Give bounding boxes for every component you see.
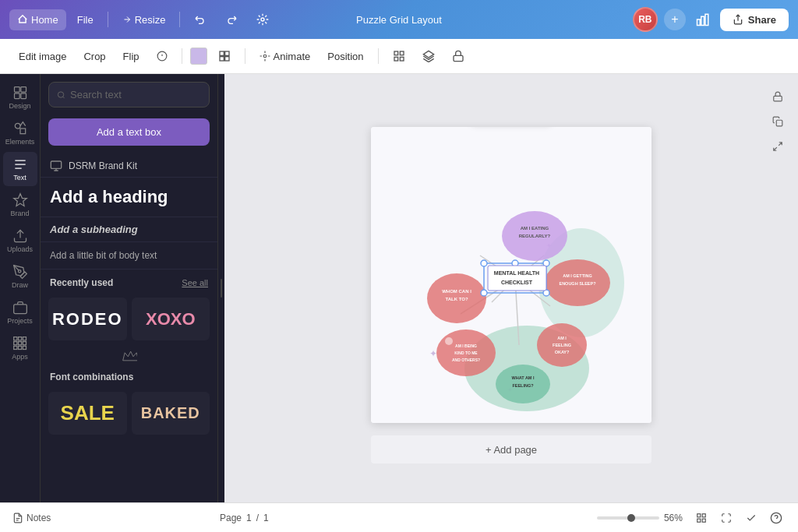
svg-rect-19 (14, 93, 19, 99)
font-card-rodeo[interactable]: RODEO (48, 298, 127, 340)
svg-point-35 (58, 91, 63, 97)
svg-text:AM I: AM I (557, 336, 567, 340)
notes-button[interactable]: Notes (12, 513, 51, 523)
brand-kit-icon (50, 160, 62, 172)
help-button[interactable] (767, 509, 786, 527)
search-box (48, 82, 210, 107)
zoom-track[interactable] (597, 516, 659, 520)
sidebar-item-elements[interactable]: Elements (3, 116, 37, 150)
undo-button[interactable] (186, 9, 214, 30)
svg-point-24 (18, 270, 20, 273)
resize-button[interactable]: Resize (115, 9, 174, 30)
svg-text:MENTAL HEALTH: MENTAL HEALTH (494, 270, 539, 276)
add-collaborator-button[interactable]: + (664, 9, 686, 30)
grid-button[interactable] (387, 46, 411, 66)
expand-mini-button[interactable] (767, 136, 789, 157)
position-button[interactable]: Position (321, 47, 369, 66)
sidebar-item-text[interactable]: Text (3, 152, 37, 186)
add-text-box-button[interactable]: Add a text box (48, 118, 210, 146)
svg-text:WHOM CAN I: WHOM CAN I (442, 289, 471, 294)
redo-button[interactable] (217, 9, 245, 30)
edit-image-button[interactable]: Edit image (12, 47, 72, 66)
animate-button[interactable]: Animate (253, 47, 317, 66)
svg-rect-38 (776, 120, 782, 126)
zoom-label: 56% (664, 513, 683, 523)
svg-rect-9 (224, 57, 228, 61)
svg-rect-13 (394, 57, 398, 61)
recently-used-header: Recently used See all (41, 270, 217, 293)
svg-rect-8 (220, 57, 224, 61)
svg-rect-29 (13, 342, 16, 345)
svg-point-0 (261, 18, 264, 21)
check-button[interactable] (742, 509, 761, 527)
sidebar-item-draw[interactable]: Draw (3, 259, 37, 294)
top-nav: Home File Resize Puzzle Grid Layout RB +… (0, 0, 798, 39)
sidebar-item-design[interactable]: Design (3, 80, 37, 115)
canvas-scroll[interactable]: ✦ ✦ ✦ AM I EATING REGULARLY? (224, 74, 798, 502)
add-page-button[interactable]: + Add page (371, 435, 651, 463)
layout-button[interactable] (212, 46, 237, 66)
svg-rect-22 (20, 129, 26, 134)
svg-rect-14 (400, 57, 404, 61)
document-title: Puzzle Grid Layout (356, 14, 442, 26)
svg-text:AM I EATING: AM I EATING (521, 226, 549, 231)
svg-rect-89 (702, 519, 705, 522)
sidebar-item-projects[interactable]: Projects (3, 295, 37, 329)
subheading-block[interactable]: Add a subheading (41, 217, 217, 242)
canvas-page[interactable]: ✦ ✦ ✦ AM I EATING REGULARLY? (371, 127, 651, 423)
mindmap-svg: ✦ ✦ ✦ AM I EATING REGULARLY? (371, 127, 651, 423)
svg-rect-31 (23, 342, 26, 345)
see-all-link[interactable]: See all (182, 278, 208, 287)
grid-view-button[interactable] (692, 509, 711, 527)
lock-mini-button[interactable] (767, 86, 789, 107)
flip-button[interactable]: Flip (117, 47, 146, 66)
svg-rect-33 (18, 346, 21, 349)
crop-button[interactable]: Crop (77, 47, 111, 66)
svg-rect-3 (705, 14, 708, 25)
svg-rect-87 (702, 513, 705, 516)
layers-button[interactable] (416, 46, 441, 66)
sidebar-item-uploads[interactable]: Uploads (3, 224, 37, 258)
share-button[interactable]: Share (720, 9, 789, 31)
svg-text:AM I BEING: AM I BEING (455, 344, 477, 348)
svg-text:AM I GETTING: AM I GETTING (563, 273, 592, 278)
color-swatch[interactable] (190, 48, 207, 65)
svg-rect-28 (23, 337, 26, 340)
panel-resize-handle[interactable] (218, 74, 224, 502)
info-button[interactable] (150, 47, 174, 65)
brand-kit-row[interactable]: DSRM Brand Kit (41, 155, 217, 178)
svg-text:✦: ✦ (429, 348, 437, 359)
copy-mini-button[interactable] (767, 111, 789, 132)
font-combo-baked[interactable]: BAKED (132, 392, 210, 435)
heading-block[interactable]: Add a heading (41, 178, 217, 217)
svg-rect-12 (400, 51, 404, 55)
main-layout: Design Elements Text Brand Uploads Draw … (0, 74, 798, 502)
file-button[interactable]: File (69, 9, 101, 30)
svg-text:AND OTHERS?: AND OTHERS? (452, 358, 480, 362)
sidebar-item-brand[interactable]: Brand (3, 188, 37, 222)
svg-rect-20 (20, 93, 26, 99)
lock-button[interactable] (446, 46, 471, 66)
svg-text:CHECKLIST: CHECKLIST (501, 280, 533, 285)
analytics-icon[interactable] (692, 9, 714, 30)
home-button[interactable]: Home (9, 9, 66, 30)
svg-text:ENOUGH SLEEP?: ENOUGH SLEEP? (559, 281, 596, 286)
sidebar-item-apps[interactable]: Apps (3, 331, 37, 365)
svg-rect-36 (51, 161, 61, 168)
svg-text:REGULARLY?: REGULARLY? (519, 234, 551, 238)
search-input[interactable] (70, 89, 201, 100)
bottom-bar: Notes Page 1 / 1 56% (0, 502, 798, 532)
svg-rect-34 (23, 346, 26, 349)
fullscreen-button[interactable] (717, 509, 736, 527)
font-card-xoxo[interactable]: XOXO (132, 298, 210, 340)
svg-rect-69 (488, 266, 546, 291)
font-combo-sale[interactable]: SALE (48, 392, 127, 435)
edit-toolbar: Edit image Crop Flip Animate Position (0, 39, 798, 74)
magic-button[interactable] (249, 9, 277, 30)
svg-rect-18 (20, 87, 26, 93)
body-text-block[interactable]: Add a little bit of body text (41, 242, 217, 270)
svg-rect-88 (697, 519, 701, 522)
svg-text:TALK TO?: TALK TO? (445, 297, 468, 301)
font-combinations-label: Font combinations (41, 367, 217, 387)
zoom-thumb[interactable] (627, 514, 635, 522)
